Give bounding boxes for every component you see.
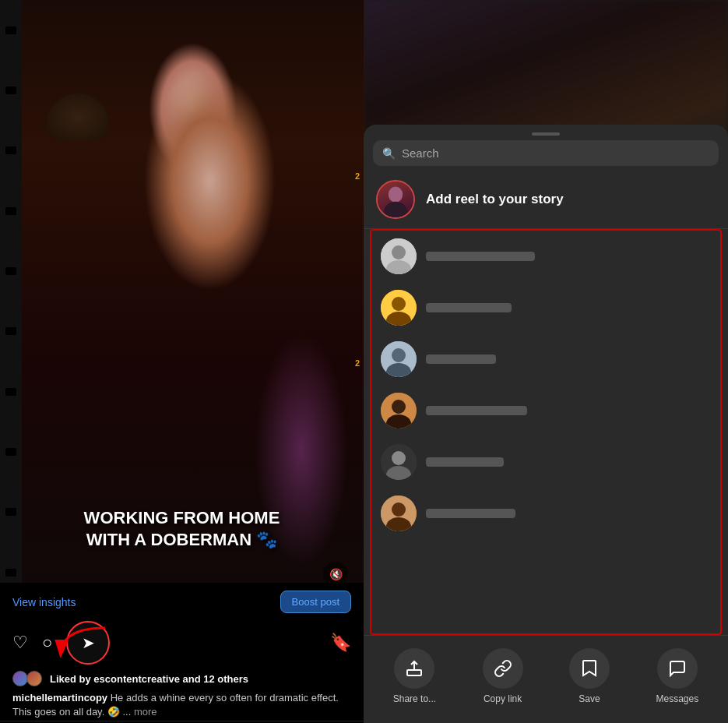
contact-avatar-1 xyxy=(381,238,417,274)
film-hole xyxy=(5,86,16,94)
contact-list[interactable] xyxy=(370,229,722,635)
share-to-label: Share to... xyxy=(393,693,436,704)
search-input[interactable]: Search xyxy=(402,146,439,160)
share-sheet: 🔍 Search Add reel to your story xyxy=(364,125,728,723)
right-panel: 🔍 Search Add reel to your story xyxy=(364,0,728,723)
film-hole xyxy=(5,448,16,456)
caption-row: michellemartincopy He adds a whine every… xyxy=(0,689,364,721)
contact-avatar-5 xyxy=(381,444,417,480)
likes-text: Liked by escontentcreative and 12 others xyxy=(50,673,248,685)
search-icon: 🔍 xyxy=(382,147,396,160)
boost-post-button[interactable]: Boost post xyxy=(280,591,351,613)
video-text-line1: WORKING FROM HOME xyxy=(84,507,280,530)
story-avatar xyxy=(376,180,415,219)
more-link[interactable]: more xyxy=(134,706,157,718)
story-person-icon xyxy=(378,180,413,219)
mute-icon: 🔇 xyxy=(329,568,343,580)
copy-link-label: Copy link xyxy=(484,693,522,704)
film-hole xyxy=(5,569,16,577)
contact-name-blur-4 xyxy=(426,406,527,415)
svg-point-19 xyxy=(392,503,406,517)
contact-photo-2 xyxy=(381,290,417,326)
contact-photo-5 xyxy=(381,444,417,480)
contact-avatar-6 xyxy=(381,496,417,531)
film-hole xyxy=(5,267,16,275)
contact-info-6 xyxy=(426,509,711,518)
share-to-icon xyxy=(394,648,434,689)
red-arrow-annotation xyxy=(47,624,109,671)
upload-icon xyxy=(405,659,424,678)
bookmark-button[interactable]: 🔖 xyxy=(330,633,351,653)
contact-photo-3 xyxy=(381,341,417,377)
contact-name-blur-5 xyxy=(426,457,504,467)
contact-name-blur-2 xyxy=(426,303,512,312)
bottom-bar: View insights Boost post ♡ ○ ➤ 🔖 xyxy=(0,583,364,723)
like-button[interactable]: ♡ xyxy=(12,633,28,653)
likes-others: 12 others xyxy=(203,673,248,685)
svg-point-1 xyxy=(389,186,403,202)
save-label: Save xyxy=(579,693,600,704)
add-reel-to-story-button[interactable]: Add reel to your story xyxy=(364,174,728,229)
list-item[interactable] xyxy=(371,488,720,539)
film-hole xyxy=(5,207,16,215)
film-hole xyxy=(5,388,16,396)
insights-boost-row: View insights Boost post xyxy=(0,583,364,618)
left-panel: 2 2 WORKING FROM HOME WITH A DOBERMAN 🐾 … xyxy=(0,0,364,723)
list-item[interactable] xyxy=(371,385,720,436)
film-hole xyxy=(5,508,16,516)
bookmark-icon xyxy=(581,659,598,678)
badge-number-bottom: 2 xyxy=(355,358,360,368)
contact-info-1 xyxy=(426,252,711,261)
contact-photo-4 xyxy=(381,393,417,429)
list-item[interactable] xyxy=(371,333,720,385)
svg-point-10 xyxy=(392,348,406,362)
svg-point-7 xyxy=(392,297,406,311)
contact-avatar-4 xyxy=(381,393,417,429)
share-to-button[interactable]: Share to... xyxy=(393,648,436,704)
liker-avatar-2 xyxy=(26,671,42,686)
svg-rect-21 xyxy=(407,670,421,675)
film-hole xyxy=(5,146,16,154)
copy-link-button[interactable]: Copy link xyxy=(483,648,523,704)
sheet-handle xyxy=(532,132,560,136)
contact-photo-1 xyxy=(381,238,417,274)
messages-label: Messages xyxy=(656,693,699,704)
list-item[interactable] xyxy=(371,231,720,282)
save-icon xyxy=(569,648,610,689)
contact-photo-6 xyxy=(381,496,417,531)
likes-username[interactable]: escontentcreative xyxy=(93,673,180,685)
sheet-actions: Share to... Copy link Save xyxy=(364,635,728,723)
badge-number-top: 2 xyxy=(355,171,360,181)
view-insights-button[interactable]: View insights xyxy=(12,596,76,608)
svg-point-2 xyxy=(384,202,406,219)
contact-info-3 xyxy=(426,354,711,364)
messages-icon xyxy=(657,648,698,689)
video-text-line2: WITH A DOBERMAN 🐾 xyxy=(84,529,280,552)
contact-avatar-3 xyxy=(381,341,417,377)
contact-info-2 xyxy=(426,303,711,312)
messages-button[interactable]: Messages xyxy=(656,648,699,704)
film-hole xyxy=(5,26,16,34)
video-text-overlay: WORKING FROM HOME WITH A DOBERMAN 🐾 xyxy=(84,507,280,552)
link-icon xyxy=(494,659,512,678)
likes-row: Liked by escontentcreative and 12 others xyxy=(0,668,364,689)
contact-info-5 xyxy=(426,457,711,467)
copy-link-icon xyxy=(483,648,523,689)
contact-info-4 xyxy=(426,406,711,415)
contact-name-blur-1 xyxy=(426,252,535,261)
svg-point-4 xyxy=(392,245,406,259)
contact-name-blur-6 xyxy=(426,509,515,518)
contact-avatar-2 xyxy=(381,290,417,326)
action-icons-row: ♡ ○ ➤ 🔖 xyxy=(0,618,364,668)
search-bar[interactable]: 🔍 Search xyxy=(373,140,719,166)
list-item[interactable] xyxy=(371,436,720,488)
save-button[interactable]: Save xyxy=(569,648,610,704)
svg-point-16 xyxy=(392,451,406,465)
svg-point-13 xyxy=(392,400,406,414)
caption-username[interactable]: michellemartincopy xyxy=(12,692,107,704)
film-hole xyxy=(5,327,16,335)
list-item[interactable] xyxy=(371,282,720,333)
contact-name-blur-3 xyxy=(426,354,496,364)
chat-icon xyxy=(668,659,687,678)
add-reel-label: Add reel to your story xyxy=(426,192,564,207)
